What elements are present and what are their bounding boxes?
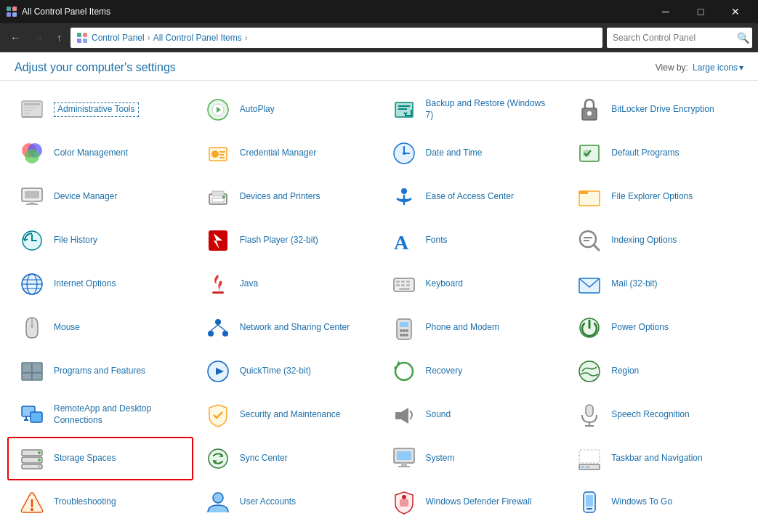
svg-rect-0 <box>7 7 11 11</box>
item-network-sharing[interactable]: Network and Sharing Center <box>193 306 379 350</box>
window-controls: ─ □ ✕ <box>649 0 752 23</box>
item-region[interactable]: Region <box>565 350 751 393</box>
indexing-icon <box>575 226 604 255</box>
mouse-label: Mouse <box>54 322 80 334</box>
svg-rect-112 <box>398 466 410 467</box>
forward-button[interactable]: → <box>29 29 48 47</box>
speech-recog-label: Speech Recognition <box>611 409 689 421</box>
fonts-icon: A <box>390 226 419 255</box>
svg-point-45 <box>401 188 407 194</box>
device-mgr-label: Device Manager <box>54 191 117 203</box>
file-history-label: File History <box>54 235 97 246</box>
item-autoplay[interactable]: AutoPlay <box>193 88 379 132</box>
svg-rect-28 <box>219 151 225 153</box>
troubleshoot-icon <box>17 488 47 517</box>
item-work-folders[interactable]: Work Folders <box>7 524 193 532</box>
path-sep-1: › <box>148 33 150 43</box>
admin-tools-label: Administrative Tools <box>54 102 139 117</box>
svg-point-84 <box>406 334 408 336</box>
svg-point-72 <box>215 319 221 325</box>
keyboard-label: Keyboard <box>426 278 463 290</box>
sound-icon <box>390 400 419 430</box>
minimize-button[interactable]: ─ <box>649 0 682 23</box>
item-devices-printers[interactable]: Devices and Printers <box>193 175 379 219</box>
item-sync-center[interactable]: Sync Center <box>193 437 379 480</box>
programs-features-icon <box>17 357 47 386</box>
item-windows-to-go[interactable]: Windows To Go <box>565 480 751 524</box>
taskbar-nav-icon <box>575 444 604 473</box>
control-panel-icon <box>76 32 88 44</box>
item-remoteapp[interactable]: RemoteApp and Desktop Connections <box>7 393 193 437</box>
item-color-mgmt[interactable]: Color Management <box>7 132 193 175</box>
file-history-icon <box>17 226 47 255</box>
sync-center-icon <box>203 444 233 473</box>
search-button[interactable]: 🔍 <box>737 32 749 44</box>
svg-rect-63 <box>401 281 405 283</box>
devices-printers-label: Devices and Printers <box>240 191 320 203</box>
svg-point-108 <box>209 449 227 468</box>
item-security-maint[interactable]: Security and Maintenance <box>193 393 379 437</box>
item-internet-options[interactable]: Internet Options <box>7 262 193 306</box>
search-wrapper: 🔍 <box>607 28 752 48</box>
item-programs-features[interactable]: Programs and Features <box>7 350 193 393</box>
mail-label: Mail (32-bit) <box>611 278 657 290</box>
autoplay-icon <box>203 95 233 124</box>
svg-marker-98 <box>401 408 408 424</box>
item-file-explorer[interactable]: File Explorer Options <box>565 175 751 219</box>
maximize-button[interactable]: □ <box>684 0 717 23</box>
item-system[interactable]: System <box>379 437 565 480</box>
item-taskbar-nav[interactable]: Taskbar and Navigation <box>565 437 751 480</box>
item-flash-player[interactable]: Flash Player (32-bit) <box>193 219 379 262</box>
address-path-bar[interactable]: Control Panel › All Control Panel Items … <box>70 28 602 48</box>
item-keyboard[interactable]: Keyboard <box>379 262 565 306</box>
item-recovery[interactable]: Recovery <box>379 350 565 393</box>
item-win-defender[interactable]: Windows Defender Firewall <box>379 480 565 524</box>
item-date-time[interactable]: Date and Time <box>379 132 565 175</box>
item-phone-modem[interactable]: Phone and Modem <box>379 306 565 350</box>
item-default-programs[interactable]: Default Programs <box>565 132 751 175</box>
back-button[interactable]: ← <box>6 29 25 47</box>
item-backup-restore[interactable]: Backup and Restore (Windows 7) <box>379 88 565 132</box>
item-ease-access[interactable]: Ease of Access Center <box>379 175 565 219</box>
svg-rect-114 <box>581 466 584 468</box>
taskbar-nav-label: Taskbar and Navigation <box>611 453 702 464</box>
svg-point-74 <box>222 331 228 336</box>
item-mouse[interactable]: Mouse <box>7 306 193 350</box>
item-indexing[interactable]: Indexing Options <box>565 219 751 262</box>
page-title: Adjust your computer's settings <box>15 61 176 74</box>
svg-point-34 <box>403 152 406 155</box>
item-troubleshoot[interactable]: Troubleshooting <box>7 480 193 524</box>
svg-rect-10 <box>24 107 36 108</box>
remoteapp-icon <box>17 400 47 430</box>
item-bitlocker[interactable]: BitLocker Drive Encryption <box>565 88 751 132</box>
svg-rect-110 <box>397 451 411 460</box>
close-button[interactable]: ✕ <box>719 0 752 23</box>
item-fonts[interactable]: AFonts <box>379 219 565 262</box>
svg-rect-115 <box>586 466 589 468</box>
search-input[interactable] <box>607 28 752 48</box>
window-title: All Control Panel Items <box>22 7 649 17</box>
item-device-mgr[interactable]: Device Manager <box>7 175 193 219</box>
item-admin-tools[interactable]: Administrative Tools <box>7 88 193 132</box>
security-maint-label: Security and Maintenance <box>240 409 341 421</box>
mouse-icon <box>17 313 47 342</box>
svg-rect-60 <box>212 291 224 294</box>
item-java[interactable]: Java <box>193 262 379 306</box>
item-quicktime[interactable]: QuickTime (32-bit) <box>193 350 379 393</box>
up-button[interactable]: ↑ <box>52 29 66 47</box>
item-credential-mgr[interactable]: Credential Manager <box>193 132 379 175</box>
view-by-dropdown[interactable]: Large icons ▾ <box>693 63 743 73</box>
svg-rect-120 <box>400 499 408 507</box>
item-file-history[interactable]: File History <box>7 219 193 262</box>
item-user-accounts[interactable]: User Accounts <box>193 480 379 524</box>
credential-mgr-icon <box>203 139 233 168</box>
backup-restore-icon <box>390 95 419 124</box>
ease-access-icon <box>390 182 419 211</box>
item-speech-recog[interactable]: Speech Recognition <box>565 393 751 437</box>
svg-rect-96 <box>24 419 28 421</box>
item-sound[interactable]: Sound <box>379 393 565 437</box>
item-storage-spaces[interactable]: Storage Spaces <box>7 437 193 480</box>
svg-rect-99 <box>586 405 593 416</box>
item-mail[interactable]: Mail (32-bit) <box>565 262 751 306</box>
item-power-options[interactable]: Power Options <box>565 306 751 350</box>
